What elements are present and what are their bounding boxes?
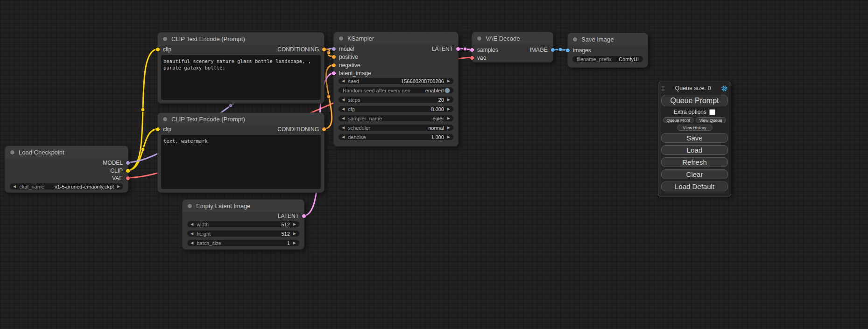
images-input-socket[interactable] bbox=[565, 48, 570, 53]
prev-value-icon[interactable] bbox=[191, 241, 193, 245]
widget-scheduler[interactable]: scheduler normal bbox=[338, 124, 454, 131]
vae-output-socket[interactable] bbox=[126, 176, 130, 181]
node-ksampler[interactable]: KSampler model positive negative latent_… bbox=[333, 32, 459, 147]
positive-input-socket[interactable] bbox=[332, 55, 336, 59]
prev-value-icon[interactable] bbox=[342, 126, 345, 130]
latent-output-socket[interactable] bbox=[302, 214, 306, 218]
widget-steps[interactable]: steps 20 bbox=[338, 96, 454, 103]
next-value-icon[interactable] bbox=[293, 241, 296, 245]
next-value-icon[interactable] bbox=[447, 126, 450, 130]
prev-value-icon[interactable] bbox=[191, 223, 193, 226]
collapse-dot-icon[interactable] bbox=[10, 150, 15, 155]
node-header[interactable]: Empty Latent Image bbox=[183, 200, 304, 212]
widget-label: Random seed after every gen bbox=[343, 88, 410, 93]
widget-label: height bbox=[197, 231, 211, 237]
extra-options-checkbox[interactable] bbox=[709, 109, 715, 115]
prompt-textarea[interactable]: text, watermark bbox=[161, 135, 321, 189]
node-header[interactable]: Save Image bbox=[568, 33, 648, 45]
model-output-socket[interactable] bbox=[126, 161, 130, 165]
queue-prompt-button[interactable]: Queue Prompt bbox=[661, 95, 728, 106]
widget-filename-prefix[interactable]: filename_prefix ComfyUI bbox=[572, 56, 643, 63]
widget-random-seed[interactable]: Random seed after every gen enabled bbox=[338, 87, 454, 94]
node-header[interactable]: VAE Decode bbox=[472, 32, 553, 44]
drag-handle-icon[interactable]: ⣿ bbox=[661, 85, 665, 91]
node-header[interactable]: CLIP Text Encode (Prompt) bbox=[158, 113, 324, 125]
load-button[interactable]: Load bbox=[661, 145, 728, 155]
latent-input-socket[interactable] bbox=[332, 71, 336, 76]
widget-denoise[interactable]: denoise 1.000 bbox=[338, 133, 454, 140]
view-queue-button[interactable]: View Queue bbox=[696, 117, 727, 123]
next-value-icon[interactable] bbox=[293, 223, 296, 226]
next-value-icon[interactable] bbox=[117, 185, 120, 189]
samples-input-socket[interactable] bbox=[470, 48, 474, 52]
next-value-icon[interactable] bbox=[447, 98, 450, 102]
prompt-textarea[interactable]: beautiful scenery nature glass bottle la… bbox=[161, 55, 321, 100]
prev-value-icon[interactable] bbox=[191, 232, 193, 236]
next-value-icon[interactable] bbox=[293, 232, 296, 236]
node-load-checkpoint[interactable]: Load Checkpoint MODEL CLIP VAE ckpt_name… bbox=[5, 146, 128, 193]
queue-front-button[interactable]: Queue Front bbox=[663, 117, 694, 123]
queue-size-label: Queue size: 0 bbox=[667, 85, 719, 91]
next-value-icon[interactable] bbox=[447, 117, 450, 120]
vae-input-socket[interactable] bbox=[470, 56, 474, 60]
collapse-dot-icon[interactable] bbox=[162, 117, 168, 122]
view-history-button[interactable]: View History bbox=[677, 125, 713, 131]
node-save-image[interactable]: Save Image images filename_prefix ComfyU… bbox=[567, 33, 648, 68]
node-header[interactable]: KSampler bbox=[334, 32, 458, 44]
widget-height[interactable]: height 512 bbox=[187, 230, 300, 237]
save-button[interactable]: Save bbox=[661, 133, 728, 143]
next-value-icon[interactable] bbox=[447, 135, 450, 139]
node-header[interactable]: CLIP Text Encode (Prompt) bbox=[158, 33, 324, 45]
toggle-icon[interactable] bbox=[445, 88, 450, 93]
conditioning-output-socket[interactable] bbox=[322, 127, 326, 132]
input-clip: clip bbox=[155, 46, 171, 53]
wire-clip-to-positive bbox=[127, 49, 158, 170]
prev-value-icon[interactable] bbox=[342, 79, 345, 83]
widget-label: filename_prefix bbox=[577, 56, 612, 62]
widget-seed[interactable]: seed 156680208700286 bbox=[338, 77, 454, 84]
node-vae-decode[interactable]: VAE Decode samples vae IMAGE bbox=[472, 32, 553, 63]
prev-value-icon[interactable] bbox=[13, 185, 16, 189]
collapse-dot-icon[interactable] bbox=[572, 37, 578, 42]
node-clip-text-encode-negative[interactable]: CLIP Text Encode (Prompt) clip CONDITION… bbox=[157, 112, 325, 193]
node-clip-text-encode-positive[interactable]: CLIP Text Encode (Prompt) clip CONDITION… bbox=[157, 32, 325, 104]
collapse-dot-icon[interactable] bbox=[187, 203, 192, 209]
prev-value-icon[interactable] bbox=[342, 135, 345, 139]
load-default-button[interactable]: Load Default bbox=[661, 182, 728, 191]
widget-width[interactable]: width 512 bbox=[187, 221, 300, 228]
negative-input-socket[interactable] bbox=[332, 63, 336, 68]
widget-value: ComfyUI bbox=[619, 56, 639, 62]
settings-gear-icon[interactable] bbox=[721, 85, 728, 92]
clear-button[interactable]: Clear bbox=[661, 169, 728, 179]
latent-output-socket[interactable] bbox=[456, 47, 460, 51]
port-label: clip bbox=[163, 46, 171, 53]
node-graph-canvas[interactable]: Load Checkpoint MODEL CLIP VAE ckpt_name… bbox=[0, 0, 868, 329]
widget-label: batch_size bbox=[197, 240, 221, 246]
widget-value: 1 bbox=[287, 240, 290, 246]
conditioning-output-socket[interactable] bbox=[322, 47, 326, 52]
clip-input-socket[interactable] bbox=[155, 47, 160, 52]
prev-value-icon[interactable] bbox=[342, 107, 345, 111]
node-empty-latent-image[interactable]: Empty Latent Image LATENT width 512 heig… bbox=[182, 199, 304, 250]
next-value-icon[interactable] bbox=[447, 79, 450, 83]
widget-sampler-name[interactable]: sampler_name euler bbox=[338, 115, 454, 122]
port-label: CONDITIONING bbox=[277, 46, 319, 53]
next-value-icon[interactable] bbox=[447, 107, 450, 111]
widget-ckpt-name[interactable]: ckpt_name v1-5-pruned-emaonly.ckpt bbox=[9, 183, 124, 190]
clip-input-socket[interactable] bbox=[155, 127, 160, 132]
clip-output-socket[interactable] bbox=[126, 168, 130, 173]
refresh-button[interactable]: Refresh bbox=[661, 157, 728, 167]
collapse-dot-icon[interactable] bbox=[162, 36, 168, 42]
node-title: CLIP Text Encode (Prompt) bbox=[171, 116, 245, 123]
widget-value: 8.000 bbox=[431, 106, 444, 112]
model-input-socket[interactable] bbox=[332, 47, 336, 51]
prev-value-icon[interactable] bbox=[342, 98, 345, 102]
port-label: positive bbox=[339, 54, 358, 60]
widget-cfg[interactable]: cfg 8.000 bbox=[338, 105, 454, 112]
collapse-dot-icon[interactable] bbox=[477, 36, 482, 41]
collapse-dot-icon[interactable] bbox=[339, 36, 344, 41]
widget-batch-size[interactable]: batch_size 1 bbox=[187, 239, 300, 246]
node-header[interactable]: Load Checkpoint bbox=[5, 146, 128, 158]
image-output-socket[interactable] bbox=[550, 48, 555, 52]
prev-value-icon[interactable] bbox=[342, 117, 345, 120]
